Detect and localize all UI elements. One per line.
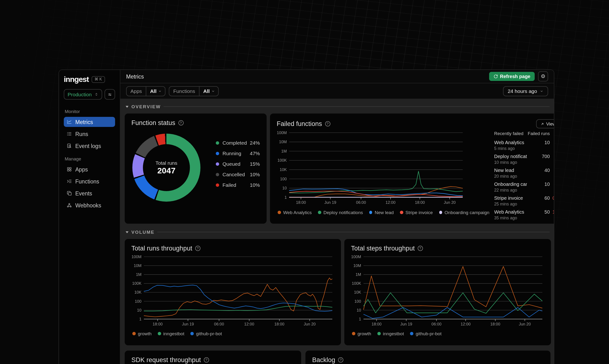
series-github-pr-bot — [363, 308, 542, 318]
chevron-down-icon — [158, 89, 162, 93]
svg-text:12:00: 12:00 — [386, 200, 396, 205]
metrics-icon — [67, 119, 72, 125]
legend-dot-icon — [410, 332, 413, 335]
backlog-title: Backlog — [312, 356, 335, 364]
failed-function-time: 10 mins ago — [494, 160, 527, 165]
failed-function-time: 20 mins ago — [494, 174, 527, 179]
view-all-button[interactable]: View all — [536, 119, 554, 128]
sliders-icon — [108, 92, 112, 97]
help-icon[interactable]: ? — [325, 121, 330, 126]
sidebar-item-label: Events — [75, 190, 92, 196]
recently-failed-row[interactable]: Web Analytics35 mins ago501.67% — [494, 209, 554, 220]
help-icon[interactable]: ? — [204, 357, 209, 363]
svg-text:1M: 1M — [356, 272, 361, 277]
failed-function-name: Web Analytics — [494, 209, 527, 215]
refresh-page-button[interactable]: Refresh page — [489, 72, 535, 81]
sidebar-item-events[interactable]: Events — [64, 188, 115, 198]
recently-failed-table: Recently failed Failed runs Rate Web Ana… — [494, 131, 554, 223]
sidebar-item-functions[interactable]: Functions — [64, 176, 115, 186]
status-legend-row: Failed10% — [216, 182, 260, 188]
svg-text:100M: 100M — [351, 255, 361, 259]
nav-monitor-items: MetricsRunsEvent logs — [64, 117, 115, 153]
recently-failed-row[interactable]: Deploy notification10 mins ago7000.1% — [494, 154, 554, 165]
volume-section-header[interactable]: VOLUME — [126, 229, 550, 235]
svg-text:10M: 10M — [279, 140, 287, 144]
failed-runs-count: 60 — [527, 195, 550, 207]
svg-text:06:00: 06:00 — [214, 322, 224, 326]
recently-failed-row[interactable]: Stripe invoice25 mins ago600.07% — [494, 195, 554, 207]
backlog-card: Backlog ? — [305, 351, 551, 364]
svg-text:Jun 19: Jun 19 — [400, 322, 412, 326]
total-steps-throughput-card: Total steps throughput ? 100M10M1M100K10… — [344, 239, 551, 345]
webhooks-icon — [67, 203, 72, 208]
svg-text:12:00: 12:00 — [244, 322, 254, 326]
svg-text:100M: 100M — [277, 130, 287, 135]
failed-functions-chart: 100M10M1M100K10K10010118:00Jun 1906:0012… — [277, 129, 489, 207]
total-runs-throughput-title: Total runs throughput — [131, 245, 192, 252]
legend-dot-icon — [278, 211, 281, 214]
failed-runs-count: 10 — [527, 182, 550, 193]
settings-button[interactable]: ⚙ — [538, 71, 548, 81]
failed-functions-chart-legend: Web AnalyticsDeploy notificationsNew lea… — [278, 210, 489, 215]
legend-dot-icon — [216, 173, 219, 176]
status-legend-row: Cancelled10% — [216, 171, 260, 177]
time-range-select[interactable]: 24 hours ago — [503, 86, 548, 96]
legend-item: Deploy notifications — [318, 210, 363, 215]
help-icon[interactable]: ? — [418, 246, 423, 251]
svg-text:18:00: 18:00 — [372, 322, 382, 326]
failure-rate: 0.07% — [550, 195, 554, 207]
svg-text:Jun 20: Jun 20 — [304, 322, 316, 326]
sidebar-item-metrics[interactable]: Metrics — [64, 117, 115, 127]
status-legend-row: Queued15% — [216, 161, 260, 167]
collapse-triangle-icon — [126, 231, 128, 233]
gear-icon: ⚙ — [541, 74, 545, 79]
environment-filter-button[interactable] — [105, 89, 115, 100]
apps-filter[interactable]: Apps All — [126, 86, 166, 96]
svg-text:10: 10 — [282, 186, 287, 190]
command-k-shortcut-badge[interactable]: ⌘ K — [92, 76, 105, 83]
series-growth — [363, 267, 542, 310]
help-icon[interactable]: ? — [195, 246, 200, 251]
legend-dot-icon — [216, 183, 219, 187]
status-legend-row: Running47% — [216, 150, 260, 156]
failure-rate: 1.67% — [550, 209, 554, 220]
failure-rate: 0.3% — [550, 168, 554, 179]
svg-text:10: 10 — [137, 308, 141, 312]
app-window: inngest ⌘ K Production Monitor MetricsRu… — [58, 69, 554, 364]
failed-runs-count: 700 — [527, 154, 550, 165]
page-title: Metrics — [126, 74, 485, 79]
svg-text:06:00: 06:00 — [356, 200, 366, 205]
donut-center-label: Total runs — [155, 160, 177, 166]
sidebar-item-apps[interactable]: Apps — [64, 164, 115, 174]
help-icon[interactable]: ? — [338, 357, 343, 363]
help-icon[interactable]: ? — [178, 120, 183, 126]
failed-runs-count: 50 — [527, 209, 550, 220]
sidebar-item-label: Metrics — [75, 119, 93, 125]
environment-select[interactable]: Production — [64, 89, 102, 100]
svg-text:18:00: 18:00 — [490, 322, 500, 326]
recently-failed-row[interactable]: Onboarding campaign22 mins ago100.5% — [494, 182, 554, 193]
sidebar-item-event-logs[interactable]: Event logs — [64, 141, 115, 151]
total-runs-chart: 100M10M1M100K10K10010118:00Jun 1906:0012… — [131, 254, 334, 329]
function-status-donut-chart: Total runs 2047 — [132, 134, 200, 202]
svg-text:100K: 100K — [277, 158, 287, 163]
legend-dot-icon — [216, 141, 219, 144]
failed-function-name: Stripe invoice — [494, 195, 527, 201]
svg-text:10K: 10K — [279, 167, 287, 172]
failed-runs-count: 40 — [527, 168, 550, 179]
recently-failed-row[interactable]: Web Analytics5 mins ago100.5% — [494, 140, 554, 151]
overview-section-header[interactable]: OVERVIEW — [126, 104, 550, 109]
apps-icon — [67, 167, 72, 172]
failed-function-name: New lead — [494, 168, 527, 173]
sidebar-item-webhooks[interactable]: Webhooks — [64, 200, 115, 210]
failed-functions-card: Failed functions ? View all 100M10M1M100… — [270, 114, 554, 224]
functions-filter[interactable]: Functions All — [169, 86, 219, 96]
failure-rate: 0.5% — [550, 140, 554, 151]
sidebar-item-runs[interactable]: Runs — [64, 129, 115, 139]
topbar: Metrics Refresh page ⚙ — [120, 70, 554, 83]
svg-text:10K: 10K — [354, 290, 361, 295]
function-status-legend: Completed24%Running47%Queued15%Cancelled… — [216, 140, 260, 193]
recently-failed-row[interactable]: New lead20 mins ago400.3% — [494, 168, 554, 179]
sidebar-item-label: Apps — [75, 167, 88, 172]
failed-function-time: 25 mins ago — [494, 202, 527, 207]
